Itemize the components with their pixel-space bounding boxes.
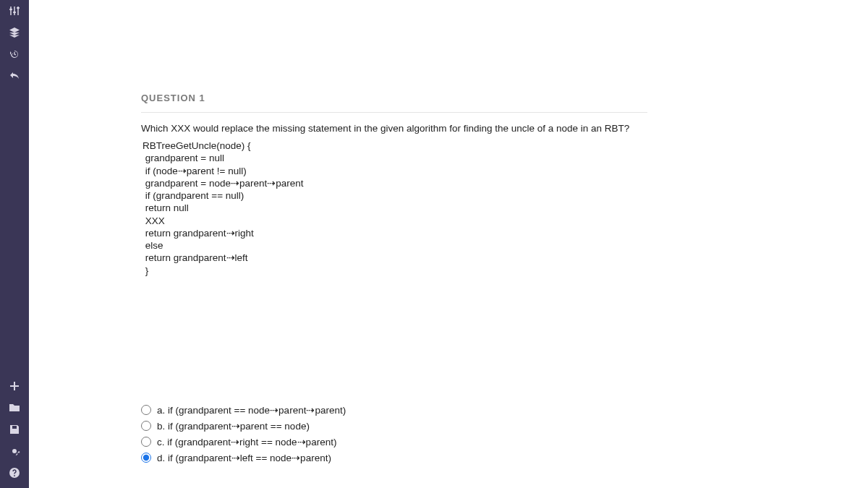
radio-d[interactable] [141, 453, 151, 463]
option-b-label: b. if (grandparent⇢parent == node) [157, 420, 310, 432]
sidebar-bottom-group [8, 380, 21, 488]
answer-options: a. if (grandparent == node⇢parent⇢parent… [141, 404, 647, 463]
option-c[interactable]: c. if (grandparent⇢right == node⇢parent) [141, 436, 647, 448]
folder-icon[interactable] [8, 401, 21, 414]
save-icon[interactable] [8, 423, 21, 436]
plus-icon[interactable] [8, 380, 21, 393]
radio-a[interactable] [141, 405, 151, 415]
help-icon[interactable] [8, 466, 21, 479]
question-title: QUESTION 1 [141, 93, 647, 113]
svg-point-4 [14, 475, 15, 476]
option-b[interactable]: b. if (grandparent⇢parent == node) [141, 420, 647, 432]
option-d-label: d. if (grandparent⇢left == node⇢parent) [157, 452, 331, 463]
history-icon[interactable] [8, 48, 21, 61]
svg-point-0 [10, 9, 12, 11]
option-d[interactable]: d. if (grandparent⇢left == node⇢parent) [141, 452, 647, 463]
settings-icon[interactable] [8, 445, 21, 458]
main-content: QUESTION 1 Which XXX would replace the m… [29, 0, 868, 488]
radio-c[interactable] [141, 437, 151, 447]
adjust-icon[interactable] [8, 4, 21, 17]
question-prompt: Which XXX would replace the missing stat… [141, 123, 647, 134]
option-c-label: c. if (grandparent⇢right == node⇢parent) [157, 436, 336, 448]
svg-point-2 [17, 7, 20, 9]
svg-point-1 [14, 12, 16, 14]
undo-icon[interactable] [8, 69, 21, 82]
question-body: Which XXX would replace the missing stat… [141, 113, 647, 463]
layers-icon[interactable] [8, 26, 21, 39]
sidebar-top-group [8, 4, 21, 82]
sidebar [0, 0, 29, 488]
question-card: QUESTION 1 Which XXX would replace the m… [141, 93, 647, 463]
question-code: RBTreeGetUncle(node) { grandparent = nul… [141, 140, 647, 277]
radio-b[interactable] [141, 421, 151, 431]
option-a[interactable]: a. if (grandparent == node⇢parent⇢parent… [141, 404, 647, 416]
option-a-label: a. if (grandparent == node⇢parent⇢parent… [157, 404, 346, 416]
